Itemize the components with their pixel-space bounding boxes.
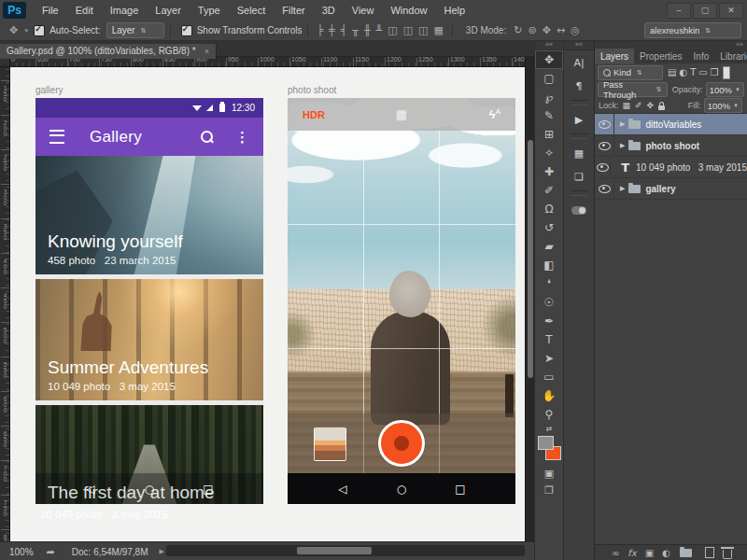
path-selection-tool[interactable]: ➤ (535, 349, 563, 368)
home-icon[interactable]: ○ (395, 483, 408, 496)
window-maximize-button[interactable]: ▢ (693, 3, 717, 19)
fill-field[interactable]: 100% ▼ (704, 98, 742, 113)
tab-close-icon[interactable]: × (204, 47, 209, 56)
workspace-switcher[interactable]: alexreushkin ⇅ (644, 22, 741, 38)
3d-default-camera-icon[interactable]: ◎ (571, 24, 580, 36)
show-transform-checkbox[interactable] (181, 25, 192, 36)
3d-slide-icon[interactable]: ↔ (557, 24, 565, 36)
tab-layers[interactable]: Layers (595, 49, 634, 63)
visibility-toggle[interactable] (595, 178, 614, 199)
menu-image[interactable]: Image (102, 5, 148, 16)
gradient-tool[interactable]: ◧ (535, 256, 563, 274)
menu-3d[interactable]: 3D (314, 5, 344, 16)
foreground-color-swatch[interactable] (538, 436, 554, 450)
lock-position-icon[interactable]: ✥ (647, 101, 655, 110)
filter-kind-dropdown[interactable]: Kind ⇅ (598, 65, 663, 80)
align-vertical-centers-icon[interactable]: ╫ (364, 24, 371, 36)
lock-transparent-pixels-icon[interactable]: ▦ (623, 101, 631, 110)
menu-select[interactable]: Select (229, 5, 275, 16)
hdr-button[interactable]: HDR (303, 109, 325, 120)
recent-icon[interactable]: □ (454, 483, 467, 496)
brush-tool[interactable]: ✐ (535, 181, 563, 200)
clone-stamp-tool[interactable]: Ω (535, 200, 563, 218)
align-right-edges-icon[interactable]: ╡ (341, 24, 347, 36)
document-tab[interactable]: Gallery.psd @ 100% (dittoVariables, RGB/… (0, 44, 217, 59)
new-adjustment-layer-icon[interactable]: ◐ (662, 548, 670, 558)
tab-properties[interactable]: Properties (634, 49, 688, 63)
zoom-tool[interactable]: ⚲ (535, 405, 563, 424)
layer-effects-icon[interactable]: fx (627, 548, 636, 558)
menu-layer[interactable]: Layer (147, 5, 190, 16)
align-bottom-edges-icon[interactable]: ╨ (376, 24, 383, 36)
blur-tool[interactable]: ❛ (535, 274, 563, 293)
new-layer-icon[interactable] (705, 547, 714, 558)
shutter-button[interactable] (378, 420, 425, 467)
layer-row[interactable]: ▶gallery (595, 178, 747, 200)
visibility-toggle[interactable] (595, 135, 614, 156)
auto-select-target-dropdown[interactable]: Layer ⇅ (106, 22, 164, 38)
visibility-toggle[interactable] (595, 114, 614, 134)
filter-smart-objects-icon[interactable]: ❒ (711, 67, 719, 77)
eraser-tool[interactable]: ▰ (535, 237, 563, 256)
window-close-button[interactable]: ✕ (719, 3, 743, 19)
distribute-horizontal-centers-icon[interactable]: ◫ (403, 24, 413, 36)
menu-filter[interactable]: Filter (274, 5, 313, 16)
back-icon[interactable]: ◁ (336, 483, 349, 496)
collapse-panel-arrows[interactable]: «« (535, 41, 563, 50)
auto-select-checkbox[interactable] (34, 25, 45, 36)
filter-adjustment-layers-icon[interactable]: ◐ (679, 67, 687, 77)
3d-roll-icon[interactable]: ⊚ (528, 24, 536, 36)
tool-preset-picker[interactable]: ✥ ▼ (7, 24, 29, 36)
canvas-document[interactable]: gallery photo shoot 12:30 Gallery ⋮ Know… (9, 66, 525, 541)
swatches-panel-button[interactable]: ▦ (564, 142, 594, 164)
expand-panel-arrows[interactable]: »» (595, 41, 747, 49)
zoom-level-field[interactable]: 100% (9, 547, 34, 557)
flash-auto-icon[interactable]: ϟA (489, 107, 500, 121)
expand-arrow-icon[interactable]: ▶ (620, 142, 625, 149)
menu-help[interactable]: Help (436, 5, 474, 16)
menu-view[interactable]: View (344, 5, 383, 16)
horizontal-scrollbar-thumb[interactable] (297, 547, 372, 554)
panel-group-grip[interactable] (571, 100, 587, 105)
delete-layer-icon[interactable] (723, 550, 732, 559)
expand-arrow-icon[interactable]: ▶ (620, 120, 625, 128)
distribute-left-edges-icon[interactable]: ◫ (388, 24, 397, 36)
3d-orbit-icon[interactable]: ↻ (514, 24, 522, 36)
menu-type[interactable]: Type (190, 5, 229, 16)
pen-tool[interactable]: ✒ (535, 312, 563, 330)
blend-mode-dropdown[interactable]: Pass Through ⇅ (598, 82, 668, 97)
new-group-icon[interactable] (680, 549, 692, 557)
lock-all-icon[interactable] (658, 105, 665, 110)
tab-info[interactable]: Info (688, 49, 715, 63)
opacity-field[interactable]: 100% ▼ (706, 82, 744, 97)
swap-colors-icon[interactable]: ⇄ (535, 424, 563, 434)
status-options-arrow-icon[interactable]: ▶ (160, 548, 164, 555)
visibility-toggle[interactable] (595, 157, 611, 177)
character-panel-button[interactable]: A| (564, 51, 594, 74)
type-tool[interactable]: T (535, 330, 563, 349)
panel-group-grip[interactable] (571, 190, 587, 196)
filter-shape-layers-icon[interactable]: ▭ (698, 67, 707, 77)
grid-toggle-icon[interactable]: ▦ (396, 107, 407, 121)
link-layers-icon[interactable]: ∞ (612, 548, 619, 558)
expand-arrow-icon[interactable]: ▶ (620, 185, 625, 192)
filtering-toggle[interactable] (723, 66, 730, 79)
move-tool[interactable]: ✥ (535, 50, 563, 69)
layer-row[interactable]: ▶dittoVariables (595, 114, 747, 135)
align-top-edges-icon[interactable]: ╥ (352, 24, 359, 36)
eyedropper-tool[interactable]: ✧ (535, 144, 563, 162)
3d-pan-icon[interactable]: ✥ (543, 24, 551, 36)
add-layer-mask-icon[interactable]: ▣ (645, 548, 654, 558)
actions-panel-button[interactable]: ▶ (564, 108, 594, 131)
menu-window[interactable]: Window (382, 5, 435, 16)
quick-selection-tool[interactable]: ✎ (535, 106, 563, 125)
lock-image-pixels-icon[interactable]: ✐ (635, 101, 642, 110)
layer-row[interactable]: T10 049 photo 3 may 2015 (595, 157, 747, 178)
collapse-panel-arrows[interactable]: «« (564, 41, 594, 50)
distribute-right-edges-icon[interactable]: ◫ (418, 24, 428, 36)
lasso-tool[interactable]: ℘ (535, 88, 563, 106)
shape-tool[interactable]: ▭ (535, 368, 563, 386)
hand-tool[interactable]: ✋ (535, 386, 563, 405)
screen-mode-button[interactable]: ❐ (535, 484, 563, 501)
horizontal-scrollbar[interactable] (166, 545, 525, 556)
